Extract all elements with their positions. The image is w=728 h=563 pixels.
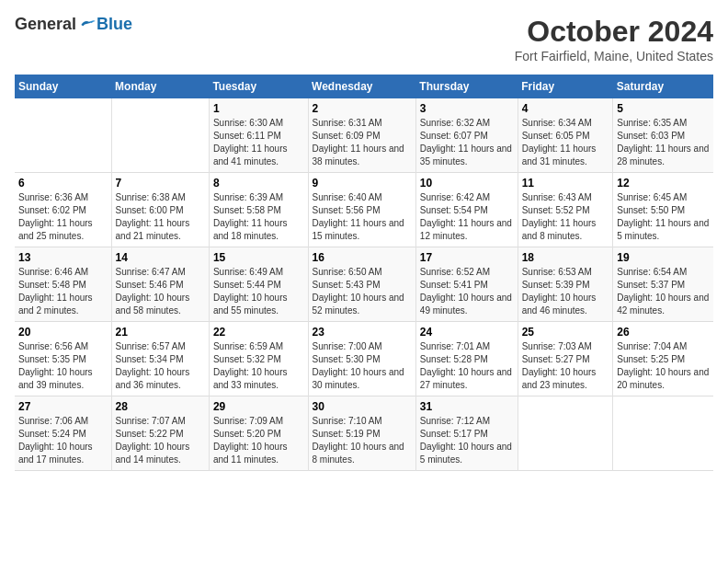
day-info: Sunrise: 6:47 AMSunset: 5:46 PMDaylight:… xyxy=(116,267,190,316)
day-number: 26 xyxy=(617,326,710,339)
day-info: Sunrise: 6:43 AMSunset: 5:52 PMDaylight:… xyxy=(522,192,597,241)
day-number: 1 xyxy=(213,102,304,115)
calendar-cell: 28 Sunrise: 7:07 AMSunset: 5:22 PMDaylig… xyxy=(111,396,209,471)
day-number: 17 xyxy=(420,251,514,264)
calendar-cell xyxy=(15,98,111,173)
day-number: 9 xyxy=(313,177,412,190)
title-section: October 2024 Fort Fairfield, Maine, Unit… xyxy=(515,15,713,63)
calendar-table: SundayMondayTuesdayWednesdayThursdayFrid… xyxy=(15,75,713,471)
day-info: Sunrise: 6:59 AMSunset: 5:32 PMDaylight:… xyxy=(213,341,288,390)
calendar-cell: 16 Sunrise: 6:50 AMSunset: 5:43 PMDaylig… xyxy=(308,247,415,322)
day-info: Sunrise: 6:56 AMSunset: 5:35 PMDaylight:… xyxy=(18,341,93,390)
day-info: Sunrise: 7:07 AMSunset: 5:22 PMDaylight:… xyxy=(116,416,190,465)
calendar-cell: 19 Sunrise: 6:54 AMSunset: 5:37 PMDaylig… xyxy=(613,247,713,322)
calendar-cell: 5 Sunrise: 6:35 AMSunset: 6:03 PMDayligh… xyxy=(613,98,713,173)
day-number: 18 xyxy=(522,251,609,264)
day-info: Sunrise: 6:31 AMSunset: 6:09 PMDaylight:… xyxy=(313,118,404,167)
day-info: Sunrise: 6:34 AMSunset: 6:05 PMDaylight:… xyxy=(522,118,597,167)
calendar-cell: 7 Sunrise: 6:38 AMSunset: 6:00 PMDayligh… xyxy=(111,173,209,247)
day-info: Sunrise: 6:52 AMSunset: 5:41 PMDaylight:… xyxy=(420,267,512,316)
day-number: 13 xyxy=(18,251,108,264)
day-number: 12 xyxy=(617,177,710,190)
day-number: 20 xyxy=(18,326,108,339)
day-number: 4 xyxy=(522,102,609,115)
day-info: Sunrise: 6:36 AMSunset: 6:02 PMDaylight:… xyxy=(18,192,93,241)
day-number: 19 xyxy=(617,251,710,264)
calendar-cell: 20 Sunrise: 6:56 AMSunset: 5:35 PMDaylig… xyxy=(15,322,111,396)
calendar-week-row: 13 Sunrise: 6:46 AMSunset: 5:48 PMDaylig… xyxy=(15,247,713,322)
day-info: Sunrise: 7:04 AMSunset: 5:25 PMDaylight:… xyxy=(617,341,709,390)
calendar-cell: 23 Sunrise: 7:00 AMSunset: 5:30 PMDaylig… xyxy=(308,322,415,396)
day-info: Sunrise: 6:32 AMSunset: 6:07 PMDaylight:… xyxy=(420,118,512,167)
day-info: Sunrise: 6:49 AMSunset: 5:44 PMDaylight:… xyxy=(213,267,288,316)
day-info: Sunrise: 7:09 AMSunset: 5:20 PMDaylight:… xyxy=(213,416,288,465)
calendar-cell: 31 Sunrise: 7:12 AMSunset: 5:17 PMDaylig… xyxy=(415,396,518,471)
calendar-cell: 17 Sunrise: 6:52 AMSunset: 5:41 PMDaylig… xyxy=(415,247,518,322)
day-info: Sunrise: 6:40 AMSunset: 5:56 PMDaylight:… xyxy=(313,192,404,241)
calendar-cell: 6 Sunrise: 6:36 AMSunset: 6:02 PMDayligh… xyxy=(15,173,111,247)
day-info: Sunrise: 6:42 AMSunset: 5:54 PMDaylight:… xyxy=(420,192,512,241)
calendar-cell: 11 Sunrise: 6:43 AMSunset: 5:52 PMDaylig… xyxy=(518,173,613,247)
weekday-header-saturday: Saturday xyxy=(613,75,713,98)
weekday-header-tuesday: Tuesday xyxy=(209,75,308,98)
calendar-cell: 25 Sunrise: 7:03 AMSunset: 5:27 PMDaylig… xyxy=(518,322,613,396)
day-number: 7 xyxy=(116,177,205,190)
weekday-header-thursday: Thursday xyxy=(415,75,518,98)
day-info: Sunrise: 7:01 AMSunset: 5:28 PMDaylight:… xyxy=(420,341,512,390)
calendar-cell: 24 Sunrise: 7:01 AMSunset: 5:28 PMDaylig… xyxy=(415,322,518,396)
day-number: 28 xyxy=(116,400,205,413)
calendar-cell: 12 Sunrise: 6:45 AMSunset: 5:50 PMDaylig… xyxy=(613,173,713,247)
day-number: 29 xyxy=(213,400,304,413)
logo: General Blue xyxy=(15,15,132,34)
month-title: October 2024 xyxy=(515,15,713,49)
day-number: 23 xyxy=(313,326,412,339)
day-number: 22 xyxy=(213,326,304,339)
day-number: 8 xyxy=(213,177,304,190)
day-info: Sunrise: 6:57 AMSunset: 5:34 PMDaylight:… xyxy=(116,341,190,390)
calendar-cell: 10 Sunrise: 6:42 AMSunset: 5:54 PMDaylig… xyxy=(415,173,518,247)
day-number: 6 xyxy=(18,177,108,190)
logo-blue: Blue xyxy=(97,15,132,34)
calendar-cell: 18 Sunrise: 6:53 AMSunset: 5:39 PMDaylig… xyxy=(518,247,613,322)
calendar-cell: 15 Sunrise: 6:49 AMSunset: 5:44 PMDaylig… xyxy=(209,247,308,322)
calendar-cell: 1 Sunrise: 6:30 AMSunset: 6:11 PMDayligh… xyxy=(209,98,308,173)
day-number: 2 xyxy=(313,102,412,115)
day-number: 30 xyxy=(313,400,412,413)
weekday-header-row: SundayMondayTuesdayWednesdayThursdayFrid… xyxy=(15,75,713,98)
day-number: 25 xyxy=(522,326,609,339)
day-info: Sunrise: 6:53 AMSunset: 5:39 PMDaylight:… xyxy=(522,267,597,316)
day-info: Sunrise: 6:35 AMSunset: 6:03 PMDaylight:… xyxy=(617,118,709,167)
calendar-cell: 30 Sunrise: 7:10 AMSunset: 5:19 PMDaylig… xyxy=(308,396,415,471)
day-info: Sunrise: 6:46 AMSunset: 5:48 PMDaylight:… xyxy=(18,267,93,316)
day-number: 24 xyxy=(420,326,514,339)
calendar-cell: 14 Sunrise: 6:47 AMSunset: 5:46 PMDaylig… xyxy=(111,247,209,322)
calendar-cell: 29 Sunrise: 7:09 AMSunset: 5:20 PMDaylig… xyxy=(209,396,308,471)
day-number: 31 xyxy=(420,400,514,413)
day-number: 14 xyxy=(116,251,205,264)
day-number: 16 xyxy=(313,251,412,264)
day-number: 5 xyxy=(617,102,710,115)
day-number: 3 xyxy=(420,102,514,115)
weekday-header-sunday: Sunday xyxy=(15,75,111,98)
logo-bird-icon xyxy=(78,16,97,34)
calendar-cell: 2 Sunrise: 6:31 AMSunset: 6:09 PMDayligh… xyxy=(308,98,415,173)
calendar-week-row: 27 Sunrise: 7:06 AMSunset: 5:24 PMDaylig… xyxy=(15,396,713,471)
day-number: 11 xyxy=(522,177,609,190)
calendar-week-row: 1 Sunrise: 6:30 AMSunset: 6:11 PMDayligh… xyxy=(15,98,713,173)
day-info: Sunrise: 7:12 AMSunset: 5:17 PMDaylight:… xyxy=(420,416,512,465)
calendar-cell: 9 Sunrise: 6:40 AMSunset: 5:56 PMDayligh… xyxy=(308,173,415,247)
page-header: General Blue October 2024 Fort Fairfield… xyxy=(15,15,713,63)
day-info: Sunrise: 7:00 AMSunset: 5:30 PMDaylight:… xyxy=(313,341,404,390)
day-info: Sunrise: 6:50 AMSunset: 5:43 PMDaylight:… xyxy=(313,267,404,316)
calendar-cell: 22 Sunrise: 6:59 AMSunset: 5:32 PMDaylig… xyxy=(209,322,308,396)
day-info: Sunrise: 7:03 AMSunset: 5:27 PMDaylight:… xyxy=(522,341,597,390)
calendar-cell: 13 Sunrise: 6:46 AMSunset: 5:48 PMDaylig… xyxy=(15,247,111,322)
calendar-cell xyxy=(613,396,713,471)
weekday-header-monday: Monday xyxy=(111,75,209,98)
day-number: 10 xyxy=(420,177,514,190)
day-info: Sunrise: 7:06 AMSunset: 5:24 PMDaylight:… xyxy=(18,416,93,465)
day-info: Sunrise: 6:45 AMSunset: 5:50 PMDaylight:… xyxy=(617,192,709,241)
calendar-cell: 21 Sunrise: 6:57 AMSunset: 5:34 PMDaylig… xyxy=(111,322,209,396)
calendar-cell xyxy=(111,98,209,173)
calendar-cell: 3 Sunrise: 6:32 AMSunset: 6:07 PMDayligh… xyxy=(415,98,518,173)
